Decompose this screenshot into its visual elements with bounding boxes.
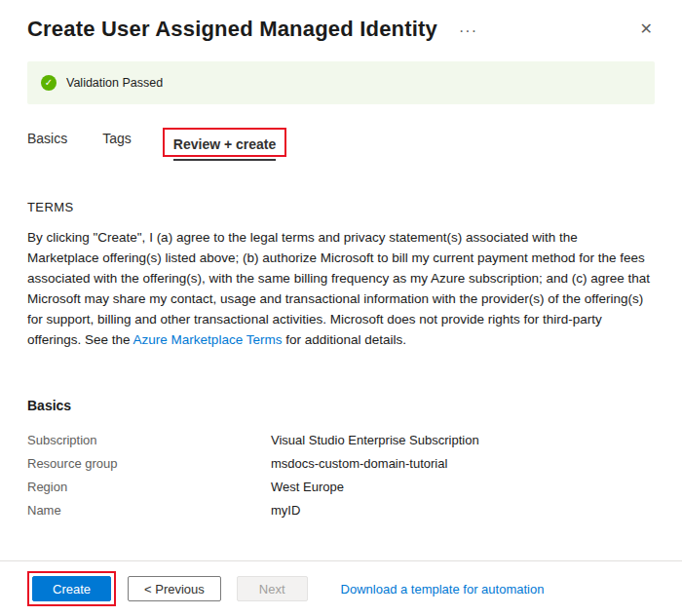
tab-bar: Basics Tags Review + create	[0, 128, 682, 157]
create-button[interactable]: Create	[32, 576, 111, 601]
next-button[interactable]: Next	[237, 576, 308, 601]
tab-review-create[interactable]: Review + create	[173, 136, 276, 161]
terms-text-after: for additional details.	[282, 332, 406, 347]
table-row: Resource group msdocs-custom-domain-tuto…	[27, 452, 655, 476]
success-check-icon: ✓	[41, 75, 57, 91]
subscription-label: Subscription	[27, 429, 271, 452]
more-options-icon[interactable]: ···	[459, 19, 477, 39]
azure-marketplace-terms-link[interactable]: Azure Marketplace Terms	[133, 332, 283, 347]
resource-group-label: Resource group	[27, 452, 271, 476]
table-row: Region West Europe	[27, 476, 655, 499]
table-row: Name myID	[27, 499, 655, 522]
terms-body: By clicking "Create", I (a) agree to the…	[27, 228, 653, 351]
previous-button[interactable]: < Previous	[128, 576, 221, 601]
tab-basics[interactable]: Basics	[27, 131, 67, 155]
create-managed-identity-panel: Create User Assigned Managed Identity ··…	[0, 0, 682, 616]
name-value: myID	[271, 499, 300, 522]
page-title: Create User Assigned Managed Identity	[27, 17, 437, 42]
terms-text-before: By clicking "Create", I (a) agree to the…	[27, 230, 650, 347]
region-value: West Europe	[271, 476, 344, 499]
table-row: Subscription Visual Studio Enterprise Su…	[27, 429, 655, 452]
download-template-link[interactable]: Download a template for automation	[341, 582, 545, 597]
tab-tags[interactable]: Tags	[102, 131, 132, 155]
panel-header: Create User Assigned Managed Identity ··…	[0, 0, 682, 42]
terms-heading: TERMS	[27, 200, 655, 214]
review-create-callout: Review + create	[163, 128, 286, 157]
subscription-value: Visual Studio Enterprise Subscription	[271, 429, 479, 452]
validation-banner-text: Validation Passed	[66, 76, 163, 90]
validation-banner: ✓ Validation Passed	[27, 61, 655, 104]
create-button-callout: Create	[27, 571, 116, 606]
footer-bar: Create < Previous Next Download a templa…	[0, 560, 682, 616]
resource-group-value: msdocs-custom-domain-tutorial	[271, 452, 447, 476]
region-label: Region	[27, 476, 271, 499]
name-label: Name	[27, 499, 271, 522]
basics-heading: Basics	[27, 398, 655, 413]
close-icon[interactable]: ✕	[634, 16, 659, 42]
basics-summary-section: Basics Subscription Visual Studio Enterp…	[0, 398, 682, 522]
terms-section: TERMS By clicking "Create", I (a) agree …	[0, 200, 682, 351]
